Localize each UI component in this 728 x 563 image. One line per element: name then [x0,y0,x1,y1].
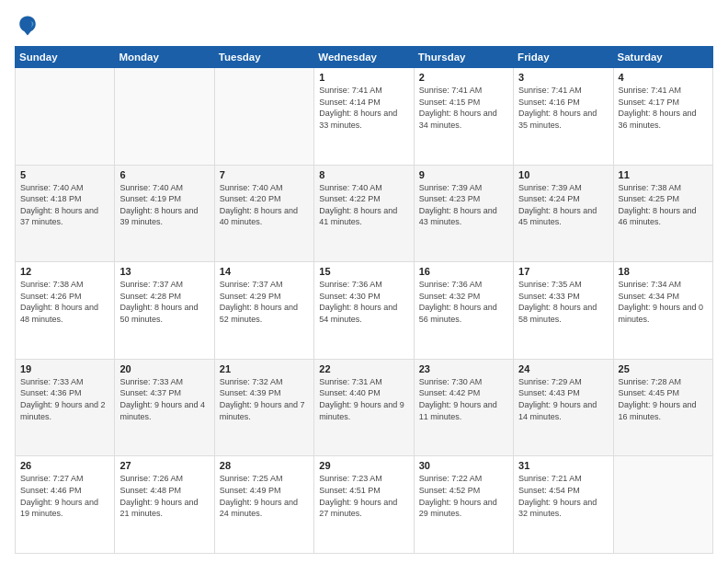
day-cell: 18Sunrise: 7:34 AM Sunset: 4:34 PM Dayli… [613,262,712,360]
day-number: 13 [119,266,209,277]
day-info: Sunrise: 7:29 AM Sunset: 4:43 PM Dayligh… [518,376,608,422]
day-info: Sunrise: 7:38 AM Sunset: 4:25 PM Dayligh… [619,182,708,228]
day-cell: 3Sunrise: 7:41 AM Sunset: 4:16 PM Daylig… [514,68,613,166]
day-cell: 21Sunrise: 7:32 AM Sunset: 4:39 PM Dayli… [214,359,313,456]
day-cell [16,68,115,166]
day-number: 28 [220,460,309,471]
day-number: 24 [518,363,608,374]
day-number: 18 [619,266,708,277]
day-info: Sunrise: 7:40 AM Sunset: 4:22 PM Dayligh… [319,182,408,228]
day-info: Sunrise: 7:21 AM Sunset: 4:54 PM Dayligh… [518,473,608,519]
weekday-header-row: SundayMondayTuesdayWednesdayThursdayFrid… [16,47,713,68]
day-number: 16 [419,266,508,277]
day-number: 9 [419,169,508,180]
day-cell: 14Sunrise: 7:37 AM Sunset: 4:29 PM Dayli… [214,262,313,360]
day-number: 6 [119,169,209,180]
day-info: Sunrise: 7:33 AM Sunset: 4:36 PM Dayligh… [20,376,109,422]
day-info: Sunrise: 7:35 AM Sunset: 4:33 PM Dayligh… [518,279,608,325]
day-number: 12 [20,266,109,277]
day-number: 7 [220,169,309,180]
day-cell: 9Sunrise: 7:39 AM Sunset: 4:23 PM Daylig… [414,165,513,262]
day-info: Sunrise: 7:40 AM Sunset: 4:20 PM Dayligh… [220,182,309,228]
day-cell: 25Sunrise: 7:28 AM Sunset: 4:45 PM Dayli… [613,359,712,456]
day-info: Sunrise: 7:31 AM Sunset: 4:40 PM Dayligh… [319,376,408,422]
day-number: 22 [319,363,408,374]
day-number: 2 [419,72,508,83]
day-cell: 17Sunrise: 7:35 AM Sunset: 4:33 PM Dayli… [514,262,613,360]
weekday-header-wednesday: Wednesday [314,47,414,68]
day-cell: 19Sunrise: 7:33 AM Sunset: 4:36 PM Dayli… [16,359,115,456]
week-row-5: 26Sunrise: 7:27 AM Sunset: 4:46 PM Dayli… [16,456,713,554]
day-cell: 30Sunrise: 7:22 AM Sunset: 4:52 PM Dayli… [414,456,513,554]
day-cell: 4Sunrise: 7:41 AM Sunset: 4:17 PM Daylig… [613,68,712,166]
week-row-3: 12Sunrise: 7:38 AM Sunset: 4:26 PM Dayli… [16,262,713,360]
day-info: Sunrise: 7:36 AM Sunset: 4:32 PM Dayligh… [419,279,508,325]
day-number: 17 [518,266,608,277]
day-info: Sunrise: 7:39 AM Sunset: 4:24 PM Dayligh… [518,182,608,228]
weekday-header-friday: Friday [514,47,613,68]
day-cell: 7Sunrise: 7:40 AM Sunset: 4:20 PM Daylig… [214,165,313,262]
day-cell: 24Sunrise: 7:29 AM Sunset: 4:43 PM Dayli… [514,359,613,456]
weekday-header-thursday: Thursday [414,47,513,68]
day-cell: 31Sunrise: 7:21 AM Sunset: 4:54 PM Dayli… [514,456,613,554]
day-info: Sunrise: 7:26 AM Sunset: 4:48 PM Dayligh… [119,473,209,519]
day-info: Sunrise: 7:41 AM Sunset: 4:17 PM Dayligh… [619,85,708,131]
week-row-1: 1Sunrise: 7:41 AM Sunset: 4:14 PM Daylig… [16,68,713,166]
day-info: Sunrise: 7:27 AM Sunset: 4:46 PM Dayligh… [20,473,109,519]
day-cell: 8Sunrise: 7:40 AM Sunset: 4:22 PM Daylig… [314,165,414,262]
day-info: Sunrise: 7:33 AM Sunset: 4:37 PM Dayligh… [119,376,209,422]
day-number: 23 [419,363,508,374]
day-info: Sunrise: 7:38 AM Sunset: 4:26 PM Dayligh… [20,279,109,325]
day-number: 4 [619,72,708,83]
day-info: Sunrise: 7:36 AM Sunset: 4:30 PM Dayligh… [319,279,408,325]
day-cell: 10Sunrise: 7:39 AM Sunset: 4:24 PM Dayli… [514,165,613,262]
day-cell: 5Sunrise: 7:40 AM Sunset: 4:18 PM Daylig… [16,165,115,262]
day-info: Sunrise: 7:39 AM Sunset: 4:23 PM Dayligh… [419,182,508,228]
day-info: Sunrise: 7:41 AM Sunset: 4:16 PM Dayligh… [518,85,608,131]
day-cell: 15Sunrise: 7:36 AM Sunset: 4:30 PM Dayli… [314,262,414,360]
day-number: 14 [220,266,309,277]
day-info: Sunrise: 7:37 AM Sunset: 4:28 PM Dayligh… [119,279,209,325]
day-info: Sunrise: 7:41 AM Sunset: 4:15 PM Dayligh… [419,85,508,131]
day-cell [214,68,313,166]
page: SundayMondayTuesdayWednesdayThursdayFrid… [0,0,728,563]
day-number: 3 [518,72,608,83]
day-cell: 12Sunrise: 7:38 AM Sunset: 4:26 PM Dayli… [16,262,115,360]
day-info: Sunrise: 7:41 AM Sunset: 4:14 PM Dayligh… [319,85,408,131]
day-info: Sunrise: 7:28 AM Sunset: 4:45 PM Dayligh… [619,376,708,422]
day-cell: 26Sunrise: 7:27 AM Sunset: 4:46 PM Dayli… [16,456,115,554]
weekday-header-tuesday: Tuesday [214,47,313,68]
day-cell: 6Sunrise: 7:40 AM Sunset: 4:19 PM Daylig… [115,165,214,262]
day-number: 8 [319,169,408,180]
week-row-2: 5Sunrise: 7:40 AM Sunset: 4:18 PM Daylig… [16,165,713,262]
day-info: Sunrise: 7:30 AM Sunset: 4:42 PM Dayligh… [419,376,508,422]
logo-icon [15,13,40,39]
day-info: Sunrise: 7:23 AM Sunset: 4:51 PM Dayligh… [319,473,408,519]
day-number: 25 [619,363,708,374]
day-cell: 27Sunrise: 7:26 AM Sunset: 4:48 PM Dayli… [115,456,214,554]
day-cell: 11Sunrise: 7:38 AM Sunset: 4:25 PM Dayli… [613,165,712,262]
day-number: 15 [319,266,408,277]
day-cell [613,456,712,554]
day-cell: 1Sunrise: 7:41 AM Sunset: 4:14 PM Daylig… [314,68,414,166]
day-cell: 29Sunrise: 7:23 AM Sunset: 4:51 PM Dayli… [314,456,414,554]
day-number: 20 [119,363,209,374]
day-number: 10 [518,169,608,180]
day-cell: 13Sunrise: 7:37 AM Sunset: 4:28 PM Dayli… [115,262,214,360]
day-info: Sunrise: 7:25 AM Sunset: 4:49 PM Dayligh… [220,473,309,519]
day-number: 29 [319,460,408,471]
day-cell: 2Sunrise: 7:41 AM Sunset: 4:15 PM Daylig… [414,68,513,166]
day-info: Sunrise: 7:40 AM Sunset: 4:19 PM Dayligh… [119,182,209,228]
day-number: 26 [20,460,109,471]
day-info: Sunrise: 7:40 AM Sunset: 4:18 PM Dayligh… [20,182,109,228]
day-number: 1 [319,72,408,83]
day-cell: 23Sunrise: 7:30 AM Sunset: 4:42 PM Dayli… [414,359,513,456]
day-number: 31 [518,460,608,471]
day-cell: 28Sunrise: 7:25 AM Sunset: 4:49 PM Dayli… [214,456,313,554]
weekday-header-monday: Monday [115,47,214,68]
weekday-header-sunday: Sunday [16,47,115,68]
day-info: Sunrise: 7:34 AM Sunset: 4:34 PM Dayligh… [619,279,708,325]
day-cell: 20Sunrise: 7:33 AM Sunset: 4:37 PM Dayli… [115,359,214,456]
day-info: Sunrise: 7:22 AM Sunset: 4:52 PM Dayligh… [419,473,508,519]
day-info: Sunrise: 7:37 AM Sunset: 4:29 PM Dayligh… [220,279,309,325]
